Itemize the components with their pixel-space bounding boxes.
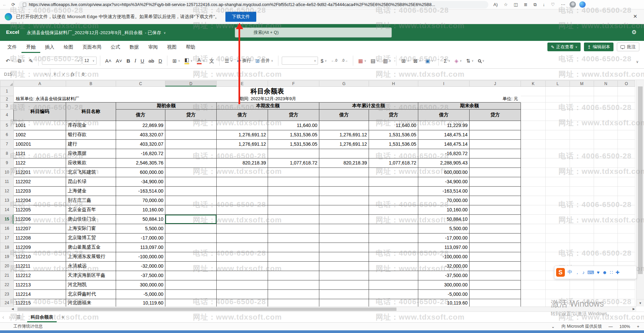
empty-cell[interactable] xyxy=(546,158,570,168)
cell[interactable] xyxy=(165,289,217,299)
cell[interactable] xyxy=(165,158,217,168)
cell[interactable]: -17,000.00 xyxy=(116,233,165,243)
empty-cell[interactable] xyxy=(546,168,570,177)
empty-cell[interactable] xyxy=(546,149,570,158)
empty-cell[interactable] xyxy=(594,149,618,158)
column-header-K[interactable]: K xyxy=(521,81,546,87)
cell[interactable]: -37,500.00 xyxy=(418,271,470,280)
empty-cell[interactable] xyxy=(521,96,546,102)
zoom-out-icon[interactable]: — xyxy=(608,324,613,329)
empty-cell[interactable] xyxy=(570,149,594,158)
cell[interactable]: 70,000.00 xyxy=(418,196,470,205)
toolbar-clear-icon[interactable]: ◈∨ xyxy=(453,57,463,65)
cell[interactable] xyxy=(165,121,217,130)
back-icon[interactable]: ← xyxy=(2,2,7,7)
cell[interactable]: 1,276,691.12 xyxy=(217,130,268,139)
toolbar-format-as-table-icon[interactable]: ▤∨ xyxy=(369,57,380,65)
cell[interactable]: 403,320.07 xyxy=(116,130,165,139)
column-header-M[interactable]: M xyxy=(570,81,594,87)
empty-cell[interactable] xyxy=(570,252,594,261)
cell[interactable]: -32,000.00 xyxy=(116,261,165,271)
empty-cell[interactable] xyxy=(570,177,594,186)
empty-cell[interactable] xyxy=(521,109,546,121)
cell[interactable] xyxy=(268,224,319,233)
empty-cell[interactable] xyxy=(521,139,546,149)
cell[interactable]: 1,276,691.12 xyxy=(319,139,369,149)
empty-cell[interactable] xyxy=(521,271,546,280)
empty-cell[interactable] xyxy=(546,205,570,214)
cell[interactable] xyxy=(369,252,418,261)
cell[interactable] xyxy=(470,139,521,149)
empty-cell[interactable] xyxy=(570,158,594,168)
column-header-N[interactable]: N xyxy=(594,81,618,87)
cell[interactable]: 112201 xyxy=(14,168,66,177)
cell[interactable] xyxy=(470,280,521,289)
column-header-C[interactable]: C xyxy=(116,81,165,87)
cell[interactable]: 1002 xyxy=(14,130,66,139)
ime-skin-icon[interactable]: ♥ xyxy=(597,270,599,275)
cell[interactable] xyxy=(319,289,369,299)
cell[interactable] xyxy=(217,271,268,280)
cell[interactable] xyxy=(319,214,369,224)
cell[interactable] xyxy=(470,299,521,307)
cell[interactable] xyxy=(369,299,418,307)
workbook-statistics[interactable]: 工作簿统计信息 xyxy=(13,324,43,329)
cell[interactable] xyxy=(470,186,521,196)
empty-cell[interactable] xyxy=(521,149,546,158)
cell[interactable]: 112207 xyxy=(14,224,66,233)
cell[interactable]: 112204 xyxy=(14,196,66,205)
cell[interactable] xyxy=(369,205,418,214)
cell[interactable] xyxy=(165,205,217,214)
empty-cell[interactable] xyxy=(521,261,546,271)
viewing-mode-button[interactable]: ✎ 正在查看 ∨ xyxy=(547,43,581,51)
toolbar-double-underline-icon[interactable]: D xyxy=(157,57,164,65)
cell[interactable] xyxy=(268,271,319,280)
downloads-icon[interactable]: ↓ xyxy=(543,2,545,7)
close-icon[interactable]: ✕ xyxy=(633,13,637,19)
empty-cell[interactable] xyxy=(521,243,546,252)
split-screen-icon[interactable]: ◫ xyxy=(514,2,518,7)
cell[interactable] xyxy=(217,252,268,261)
empty-cell[interactable] xyxy=(594,102,618,109)
cell[interactable] xyxy=(165,196,217,205)
cell[interactable] xyxy=(319,233,369,243)
favorite-star-icon[interactable]: ☆ xyxy=(504,2,508,7)
cell[interactable]: 820,218.39 xyxy=(217,158,268,168)
empty-cell[interactable] xyxy=(546,233,570,243)
row-header-23[interactable]: 23 xyxy=(0,289,14,299)
status-chevron-icon[interactable]: ⌄ xyxy=(551,324,555,329)
cell[interactable]: 应收票据 xyxy=(66,149,116,158)
empty-cell[interactable] xyxy=(618,130,635,139)
vertical-scrollbar[interactable]: ▼ xyxy=(636,80,644,307)
cell[interactable] xyxy=(319,186,369,196)
cell[interactable]: 河北德福来 xyxy=(66,299,116,307)
cell[interactable]: 上海健金 xyxy=(66,186,116,196)
empty-cell[interactable] xyxy=(594,214,618,224)
cell[interactable] xyxy=(165,271,217,280)
empty-cell[interactable] xyxy=(521,280,546,289)
empty-cell[interactable] xyxy=(618,233,635,243)
add-sheet-icon[interactable]: + xyxy=(61,314,64,320)
cell[interactable]: 112215 xyxy=(14,299,66,307)
cell[interactable]: 北京隆博工贸 xyxy=(66,233,116,243)
cell[interactable] xyxy=(470,224,521,233)
cell[interactable] xyxy=(470,233,521,243)
toolbar-cell-format-icon[interactable]: ▣∨ xyxy=(424,57,435,65)
cell[interactable]: 1,276,691.12 xyxy=(217,139,268,149)
cell[interactable] xyxy=(319,121,369,130)
row-header-12[interactable]: 12 xyxy=(0,186,14,196)
empty-cell[interactable] xyxy=(570,102,594,109)
cell[interactable]: 1,531,536.05 xyxy=(268,139,319,149)
zoom-in-icon[interactable]: + xyxy=(637,324,639,329)
cell[interactable]: 上海安际门窗 xyxy=(66,224,116,233)
copilot-icon[interactable] xyxy=(579,1,586,8)
empty-cell[interactable] xyxy=(618,196,635,205)
cell[interactable]: 148,475.14 xyxy=(418,139,470,149)
row-header-9[interactable]: 9 xyxy=(0,158,14,168)
row-header-6[interactable]: 6 xyxy=(0,130,14,139)
cell[interactable]: 5,500.00 xyxy=(116,224,165,233)
cell[interactable] xyxy=(165,233,217,243)
row-header-5[interactable]: 5 xyxy=(0,121,14,130)
toolbar-alignment-icon[interactable]: ☰∨ xyxy=(223,57,234,65)
zoom-level[interactable]: 100% xyxy=(620,324,630,329)
